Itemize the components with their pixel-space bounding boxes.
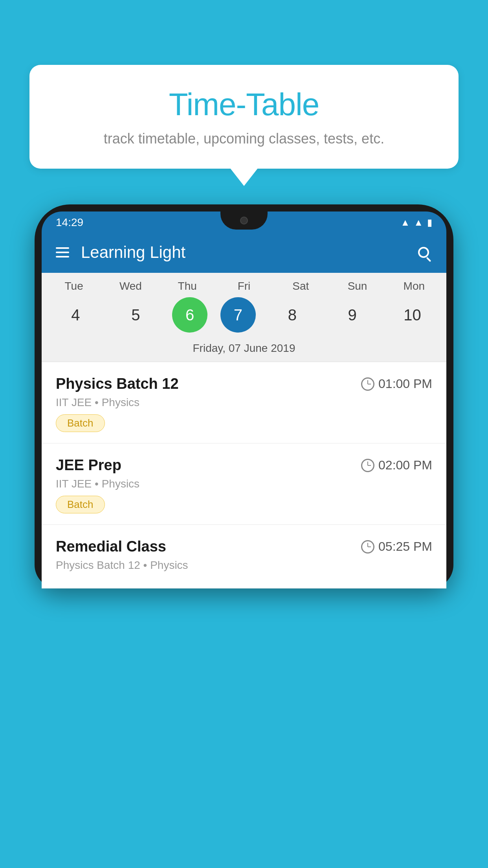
hamburger-menu-button[interactable] xyxy=(56,247,69,257)
schedule-item-2-time-text: 02:00 PM xyxy=(378,458,432,473)
schedule-item-1-subtitle: IIT JEE • Physics xyxy=(56,396,432,409)
schedule-item-3-time-text: 05:25 PM xyxy=(378,539,432,554)
day-5[interactable]: 5 xyxy=(112,297,159,333)
day-10[interactable]: 10 xyxy=(389,297,436,333)
status-icons: ▲ ▲ ▮ xyxy=(400,217,432,228)
app-bar: Learning Light xyxy=(42,232,446,273)
tooltip-subtitle: track timetable, upcoming classes, tests… xyxy=(53,131,435,147)
schedule-container: Physics Batch 12 01:00 PM IIT JEE • Phys… xyxy=(42,362,446,588)
schedule-item-1[interactable]: Physics Batch 12 01:00 PM IIT JEE • Phys… xyxy=(42,362,446,443)
day-header-sun: Sun xyxy=(334,280,381,292)
day-header-wed: Wed xyxy=(107,280,154,292)
notch xyxy=(220,211,268,230)
schedule-item-1-header: Physics Batch 12 01:00 PM xyxy=(56,375,432,392)
day-9[interactable]: 9 xyxy=(329,297,376,333)
tooltip-card: Time-Table track timetable, upcoming cla… xyxy=(29,65,459,169)
clock-icon-1 xyxy=(361,377,374,391)
day-4[interactable]: 4 xyxy=(52,297,99,333)
day-6-today[interactable]: 6 xyxy=(172,297,207,333)
schedule-item-3-header: Remedial Class 05:25 PM xyxy=(56,538,432,555)
schedule-item-2-title: JEE Prep xyxy=(56,457,121,474)
status-time: 14:29 xyxy=(56,216,83,229)
selected-date-label: Friday, 07 June 2019 xyxy=(42,339,446,362)
day-7-selected[interactable]: 7 xyxy=(220,297,256,333)
calendar-strip: Tue Wed Thu Fri Sat Sun Mon 4 5 6 7 8 9 … xyxy=(42,273,446,362)
battery-icon: ▮ xyxy=(427,217,432,228)
tooltip-title: Time-Table xyxy=(53,86,435,123)
schedule-item-2-tag: Batch xyxy=(56,496,105,513)
day-header-thu: Thu xyxy=(164,280,211,292)
schedule-item-3[interactable]: Remedial Class 05:25 PM Physics Batch 12… xyxy=(42,525,446,588)
schedule-item-1-title: Physics Batch 12 xyxy=(56,375,179,392)
schedule-item-3-title: Remedial Class xyxy=(56,538,166,555)
day-header-sat: Sat xyxy=(277,280,324,292)
schedule-item-2[interactable]: JEE Prep 02:00 PM IIT JEE • Physics Batc… xyxy=(42,443,446,525)
camera xyxy=(240,217,248,224)
schedule-item-2-time: 02:00 PM xyxy=(361,458,432,473)
schedule-item-2-subtitle: IIT JEE • Physics xyxy=(56,478,432,490)
status-bar: 14:29 ▲ ▲ ▮ xyxy=(42,211,446,232)
day-numbers: 4 5 6 7 8 9 10 xyxy=(42,297,446,339)
schedule-item-2-header: JEE Prep 02:00 PM xyxy=(56,457,432,474)
day-header-mon: Mon xyxy=(391,280,438,292)
signal-icon: ▲ xyxy=(414,217,423,228)
clock-icon-2 xyxy=(361,459,374,472)
schedule-item-3-time: 05:25 PM xyxy=(361,539,432,554)
day-header-tue: Tue xyxy=(50,280,97,292)
search-button[interactable] xyxy=(415,244,432,261)
day-headers: Tue Wed Thu Fri Sat Sun Mon xyxy=(42,280,446,297)
day-header-fri: Fri xyxy=(220,280,268,292)
schedule-item-1-tag: Batch xyxy=(56,414,105,432)
schedule-item-3-subtitle: Physics Batch 12 • Physics xyxy=(56,559,432,572)
schedule-item-1-time: 01:00 PM xyxy=(361,377,432,391)
app-title: Learning Light xyxy=(81,243,403,262)
clock-icon-3 xyxy=(361,540,374,554)
phone-mockup: 14:29 ▲ ▲ ▮ Learning Light Tue Wed xyxy=(35,204,453,868)
day-8[interactable]: 8 xyxy=(269,297,316,333)
wifi-icon: ▲ xyxy=(400,217,410,228)
search-icon xyxy=(418,247,429,258)
schedule-item-1-time-text: 01:00 PM xyxy=(378,377,432,391)
